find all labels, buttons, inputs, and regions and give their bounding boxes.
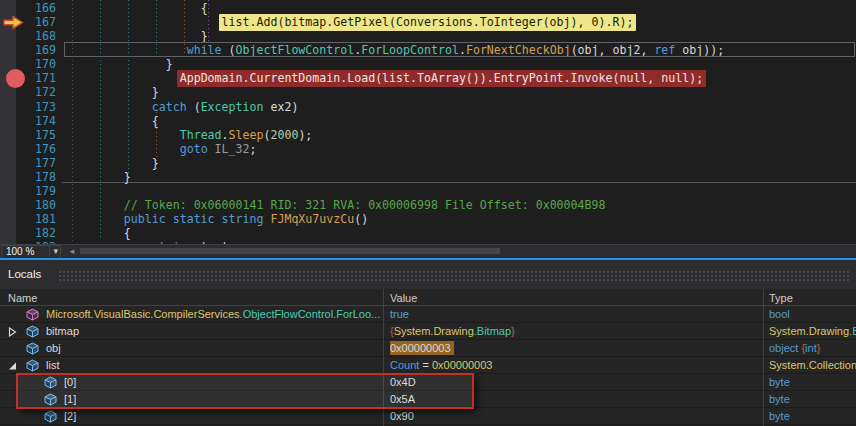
text-token: Exception — [201, 100, 264, 114]
expander-collapsed-icon[interactable] — [8, 325, 17, 339]
expander-expanded-icon[interactable] — [8, 359, 17, 373]
gutter-line-number[interactable]: 180 — [16, 198, 56, 212]
glyph-margin[interactable] — [0, 0, 16, 244]
code-line[interactable]: catch (Exception ex2) — [68, 100, 298, 114]
breakpoint-icon[interactable] — [6, 69, 25, 88]
gutter-line-number[interactable]: 172 — [16, 85, 56, 99]
chevron-down-icon[interactable]: ▾ — [49, 245, 58, 257]
name-cell[interactable]: [2] — [0, 408, 383, 424]
gutter-line-number[interactable]: 173 — [16, 100, 56, 114]
text-token: } — [511, 325, 515, 337]
text-token: () — [354, 212, 368, 226]
text-token: Sleep — [229, 128, 264, 142]
text-token: 0x00000003 — [390, 342, 451, 354]
text-token: = — [419, 359, 432, 371]
column-header-name[interactable]: Name — [8, 290, 37, 306]
locals-header-row: Name Value Type — [0, 289, 856, 306]
text-token: bitmap — [46, 325, 79, 337]
code-line[interactable]: list.Add(bitmap.GetPixel(Conversions.ToI… — [68, 15, 639, 29]
code-line[interactable]: } — [68, 57, 173, 71]
column-header-value[interactable]: Value — [390, 290, 417, 306]
variable-name: list — [46, 357, 59, 373]
debugger-window: 1661671681691701711721731741751761771781… — [0, 0, 856, 426]
text-token: FJMqXu7uvzCu — [270, 212, 354, 226]
name-cell[interactable]: obj — [0, 340, 383, 356]
code-line[interactable]: } — [68, 29, 208, 43]
current-statement-arrow-icon[interactable] — [2, 15, 25, 30]
text-token: object — [769, 342, 801, 354]
zoom-level: 100 % — [6, 246, 34, 258]
gutter-line-number[interactable]: 174 — [16, 114, 56, 128]
code-line[interactable]: public static string FJMqXu7uvzCu() — [68, 212, 368, 226]
code-line[interactable]: } — [68, 170, 131, 184]
text-token: System.Collections — [769, 359, 856, 371]
name-cell[interactable]: Microsoft.VisualBasic.CompilerServices.O… — [0, 306, 383, 322]
text-token: byte — [769, 410, 790, 422]
name-cell[interactable]: list — [0, 357, 383, 373]
type-cell: bool — [769, 306, 856, 322]
gutter-line-number[interactable]: 176 — [16, 142, 56, 156]
locals-row[interactable]: Microsoft.VisualBasic.CompilerServices.O… — [0, 306, 856, 323]
text-token: 2000 — [270, 128, 298, 142]
text-token: ; — [250, 142, 257, 156]
text-token: { — [152, 114, 159, 128]
type-cell: object {int} — [769, 340, 856, 356]
code-line[interactable]: { — [68, 114, 159, 128]
gutter-line-number[interactable]: 178 — [16, 170, 56, 184]
gutter-line-number[interactable]: 170 — [16, 57, 56, 71]
gutter-line-number[interactable]: 168 — [16, 29, 56, 43]
gutter-line-number[interactable]: 175 — [16, 128, 56, 142]
code-line[interactable]: Thread.Sleep(2000); — [68, 128, 312, 142]
code-line[interactable]: AppDomain.CurrentDomain.Load(list.ToArra… — [68, 71, 709, 85]
column-header-type[interactable]: Type — [769, 290, 793, 306]
locals-row[interactable]: [2]0x90byte — [0, 408, 856, 425]
locals-row[interactable]: bitmap{System.Drawing.Bitmap}System.Draw… — [0, 323, 856, 340]
text-token: IL_32 — [215, 142, 250, 156]
value-cell[interactable]: true — [390, 306, 760, 322]
text-token: ); — [298, 128, 312, 142]
code-line[interactable]: } — [68, 85, 159, 99]
gutter-line-number[interactable]: 179 — [16, 184, 56, 198]
locals-panel-title: Locals — [8, 268, 41, 280]
code-line[interactable]: } — [68, 156, 159, 170]
code-area[interactable]: { list.Add(bitmap.GetPixel(Conversions.T… — [68, 0, 856, 244]
code-line[interactable]: // Token: 0x06000141 RID: 321 RVA: 0x000… — [68, 198, 605, 212]
name-cell[interactable]: bitmap — [0, 323, 383, 339]
text-token: System.Drawing — [394, 325, 474, 337]
text-token: } — [817, 342, 821, 354]
value-cell[interactable]: 0x00000003 — [390, 340, 760, 356]
hscroll-thumb[interactable] — [80, 248, 500, 254]
code-line[interactable]: goto IL_32; — [68, 142, 256, 156]
gutter-line-number[interactable]: 182 — [16, 226, 56, 240]
gutter-line-number[interactable]: 181 — [16, 212, 56, 226]
gutter-line-number[interactable]: 166 — [16, 1, 56, 15]
gutter: 1661671681691701711721731741751761771781… — [16, 0, 62, 244]
blue-cube-variable-icon — [26, 342, 39, 356]
column-divider[interactable] — [763, 289, 764, 426]
purple-cube-variable-icon — [26, 308, 39, 322]
panel-drag-grip[interactable] — [58, 270, 850, 282]
locals-title-bar[interactable]: Locals — [0, 260, 856, 289]
text-token: 0x90 — [390, 410, 414, 422]
text-token: bool — [769, 308, 790, 320]
value-cell[interactable]: {System.Drawing.Bitmap} — [390, 323, 760, 339]
value-cell[interactable]: Count = 0x00000003 — [390, 357, 760, 373]
gutter-line-number[interactable]: 169 — [16, 43, 56, 57]
locals-row[interactable]: listCount = 0x00000003System.Collections — [0, 357, 856, 374]
current-statement-highlight: list.Add(bitmap.GetPixel(Conversions.ToI… — [219, 14, 637, 31]
text-token: catch — [152, 100, 187, 114]
text-token: list — [46, 359, 59, 371]
value-cell[interactable]: 0x90 — [390, 408, 760, 424]
code-line[interactable]: { — [68, 226, 131, 240]
text-token: public static string — [124, 212, 264, 226]
text-token: } — [124, 170, 131, 184]
text-token: [2] — [64, 410, 76, 422]
zoom-combobox[interactable]: 100 % ▾ — [1, 245, 61, 259]
hscroll-left-arrow-icon[interactable]: ◂ — [66, 244, 78, 258]
type-cell: System.Collections — [769, 357, 856, 373]
text-token: Count — [390, 359, 419, 371]
code-line[interactable]: { — [68, 1, 208, 15]
editor: 1661671681691701711721731741751761771781… — [0, 0, 856, 244]
locals-row[interactable]: obj0x00000003object {int} — [0, 340, 856, 357]
gutter-line-number[interactable]: 177 — [16, 156, 56, 170]
